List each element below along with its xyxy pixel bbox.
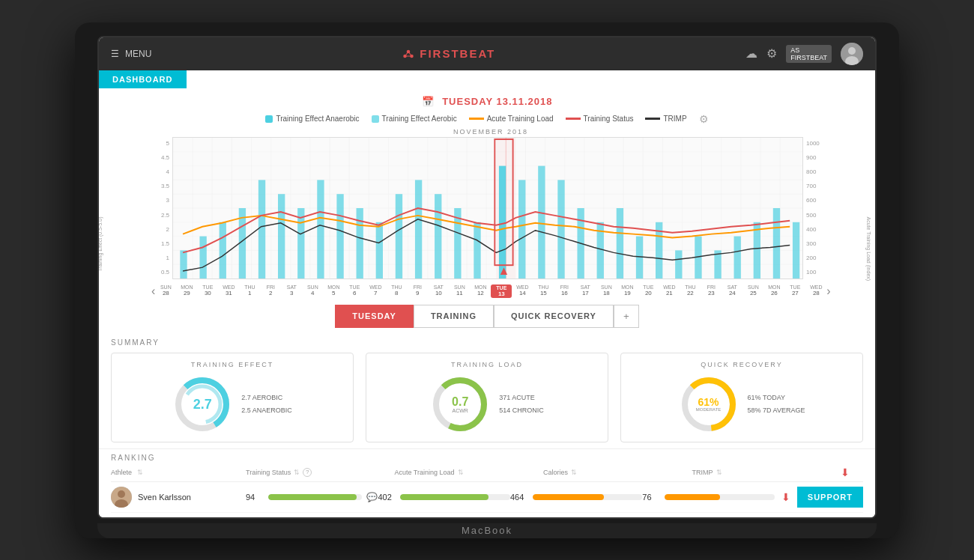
tab-training[interactable]: TRAINING: [414, 305, 494, 328]
chat-icon[interactable]: 💬: [366, 492, 378, 502]
training-load-stats: 371 ACUTE 514 CHRONIC: [499, 392, 544, 416]
card-quick-recovery-title: QUICK RECOVERY: [701, 361, 782, 368]
athlete-cell: Sven Karlsson: [111, 487, 246, 508]
tab-add[interactable]: +: [614, 305, 639, 328]
training-status-info-icon[interactable]: ?: [303, 468, 312, 477]
donut-training-effect: 2.7: [172, 374, 232, 434]
col-trimp-header: TRIMP ⇅: [692, 469, 841, 476]
training-status-sort-icon[interactable]: ⇅: [294, 469, 300, 476]
svg-rect-78: [734, 236, 741, 278]
svg-rect-68: [538, 165, 545, 278]
settings-icon[interactable]: ⚙: [766, 46, 777, 61]
legend-status-line: [566, 118, 581, 120]
athlete-sort-icon[interactable]: ⇅: [137, 469, 143, 476]
stat-acute: 371 ACUTE: [499, 392, 544, 404]
calories-bar: [533, 494, 642, 500]
athlete-avatar: [111, 487, 132, 508]
x-label-6: SAT3: [281, 284, 302, 298]
col-acute-header: Acute Training Load ⇅: [395, 469, 544, 476]
svg-rect-52: [220, 222, 226, 278]
svg-rect-58: [336, 194, 343, 279]
stat-today: 61% TODAY: [748, 392, 805, 404]
trimp-bar: [665, 494, 774, 500]
card-quick-recovery: QUICK RECOVERY 61% MODERATE: [620, 353, 863, 442]
dashboard-tab-label: DASHBOARD: [99, 70, 187, 88]
training-effect-value: 2.7: [193, 398, 212, 411]
x-label-30: TUE27: [784, 284, 805, 298]
chart-settings-icon[interactable]: ⚙: [699, 113, 709, 125]
col-pdf-header: ⬇: [841, 466, 863, 478]
x-axis-container: ‹ SUN28 MON29 TUE30 WED31 THU1 FRI2 SAT3…: [151, 282, 830, 300]
acute-load-cell: 402: [378, 493, 509, 502]
quick-recovery-stats: 61% TODAY 58% 7D AVERAGE: [748, 392, 805, 416]
acute-load-value: 402: [378, 493, 396, 502]
y-label-right: Acute Training Load (index): [867, 216, 872, 281]
brand-icon: [402, 47, 415, 61]
quick-recovery-value: 61%: [696, 397, 722, 407]
y-label-left: Training Effect (0.5-5.0): [97, 216, 103, 271]
calories-value: 464: [510, 493, 528, 502]
legend-acute-line: [469, 118, 484, 120]
x-label-27: SAT24: [722, 284, 742, 298]
x-label-4: THU1: [239, 284, 260, 298]
x-label-9: TUE6: [344, 284, 365, 298]
svg-rect-63: [435, 194, 441, 279]
x-label-19: FRI16: [554, 284, 575, 298]
acute-sort-icon[interactable]: ⇅: [458, 469, 464, 476]
top-navigation: ☰ MENU FIRSTBEAT ☁ ⚙ ASFIRSTBEAT: [99, 37, 875, 70]
x-label-24: WED21: [659, 284, 680, 298]
chart-svg: [173, 138, 802, 279]
support-button[interactable]: SUPPORT: [797, 487, 863, 508]
svg-rect-75: [675, 250, 682, 279]
legend-trimp: TRIMP: [645, 115, 686, 123]
x-label-13: SAT10: [428, 284, 449, 298]
pdf-header-icon[interactable]: ⬇: [841, 466, 850, 478]
cloud-icon[interactable]: ☁: [745, 46, 757, 61]
y-axis-right: 1000900800700600 500400300200100: [803, 137, 830, 279]
ranking-section: RANKING Athlete ⇅ Training Status ⇅ ? Ac…: [99, 448, 875, 517]
training-load-value: 0.7: [452, 395, 468, 407]
x-label-18: THU15: [533, 284, 554, 298]
table-row: Sven Karlsson 94 💬 402: [111, 482, 863, 513]
x-label-5: FRI2: [260, 284, 281, 298]
tab-tuesday[interactable]: TUESDAY: [335, 305, 414, 328]
svg-rect-55: [278, 194, 285, 279]
trimp-sort-icon[interactable]: ⇅: [716, 469, 722, 476]
calories-sort-icon[interactable]: ⇅: [571, 469, 577, 476]
card-training-load-content: 0.7 ACWR 371 ACUTE 514 CHRONIC: [430, 374, 544, 434]
x-label-28: SUN25: [742, 284, 763, 298]
trimp-value: 76: [642, 493, 660, 502]
chart-next-arrow[interactable]: ›: [826, 282, 830, 300]
x-label-14: SUN11: [449, 284, 470, 298]
card-training-effect-content: 2.7 2.7 AEROBIC 2.5 ANAEROBIC: [172, 374, 292, 434]
card-training-effect-title: TRAINING EFFECT: [191, 361, 274, 368]
nav-menu[interactable]: ☰ MENU: [111, 49, 151, 59]
avatar[interactable]: [841, 43, 863, 65]
donut-center-training-effect: 2.7: [193, 398, 212, 411]
nav-actions: ☁ ⚙ ASFIRSTBEAT: [745, 43, 863, 65]
stat-chronic: 514 CHRONIC: [499, 404, 544, 416]
svg-rect-56: [297, 208, 304, 279]
x-label-2: TUE30: [197, 284, 218, 298]
hamburger-icon: ☰: [111, 49, 119, 59]
athlete-name: Sven Karlsson: [138, 493, 191, 502]
svg-point-92: [118, 490, 125, 498]
dashboard-tab[interactable]: DASHBOARD: [99, 70, 875, 88]
svg-rect-80: [773, 208, 780, 279]
user-label[interactable]: ASFIRSTBEAT: [786, 45, 832, 63]
x-label-15: MON12: [470, 284, 491, 298]
card-quick-recovery-content: 61% MODERATE 61% TODAY 58% 7D AVERAGE: [679, 374, 805, 434]
legend-acute: Acute Training Load: [469, 115, 554, 123]
x-label-3: WED31: [218, 284, 239, 298]
svg-rect-59: [357, 208, 363, 279]
svg-rect-54: [258, 180, 265, 279]
tab-quick-recovery[interactable]: QUICK RECOVERY: [494, 305, 614, 328]
chart-legend: Training Effect Anaerobic Training Effec…: [99, 113, 875, 125]
summary-title: SUMMARY: [111, 338, 863, 347]
svg-rect-67: [518, 180, 525, 279]
training-effect-stats: 2.7 AEROBIC 2.5 ANAEROBIC: [241, 392, 292, 416]
svg-rect-57: [317, 180, 324, 279]
row-pdf-icon[interactable]: ⬇: [781, 491, 790, 503]
chart-title: NOVEMBER 2018: [151, 128, 830, 136]
x-label-23: TUE20: [638, 284, 659, 298]
